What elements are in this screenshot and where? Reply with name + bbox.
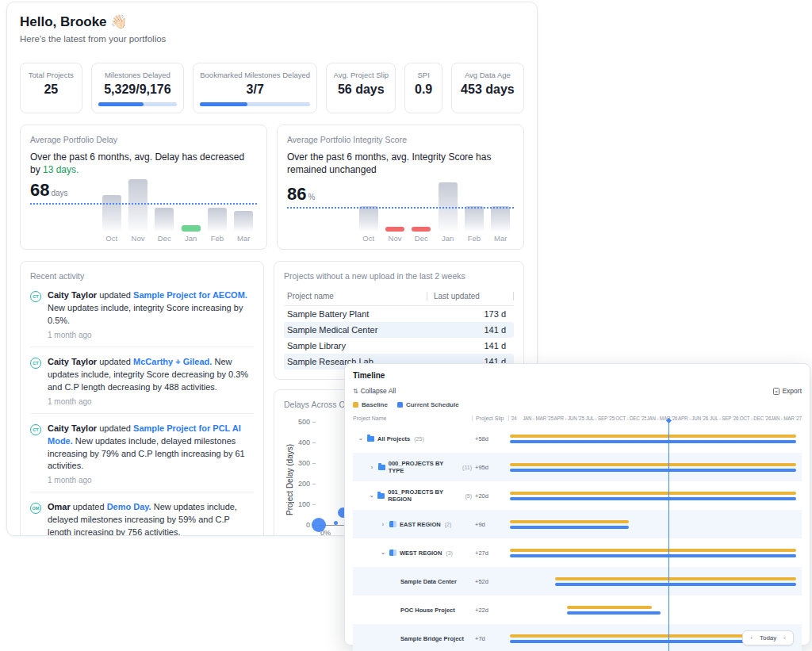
stat-value: 5,329/9,176 <box>98 82 178 97</box>
row-label: 001_PROJECTS BY REGION <box>388 488 461 503</box>
today-button[interactable]: Today <box>760 634 776 641</box>
legend-item: Baseline <box>353 401 388 408</box>
bar-oct <box>102 195 121 232</box>
month-label: Oct <box>98 234 124 244</box>
gantt-row-name: POC House Project <box>353 607 472 614</box>
card-title: Recent activity <box>30 271 254 281</box>
scatter-point[interactable] <box>312 518 326 532</box>
bar-slot <box>488 176 514 232</box>
portfolio-icon <box>389 550 396 556</box>
project-link[interactable]: Sample Project for AECOM. <box>133 290 247 300</box>
gantt-row[interactable]: Sample Data Center +52d <box>353 567 802 595</box>
quarter-label: JUL - SEP '25 <box>584 415 615 421</box>
bar-slot <box>355 176 381 232</box>
avg-portfolio-delay-card: Average Portfolio Delay Over the past 6 … <box>20 124 267 250</box>
row-count: (11) <box>462 465 472 470</box>
bar-slot <box>381 176 408 232</box>
row-label: 000_PROJECTS BY TYPE <box>389 460 458 474</box>
expand-caret-icon[interactable]: ⌄ <box>380 550 386 556</box>
activity-item: CT Caity Taylor updated Sample Project f… <box>30 414 254 493</box>
avatar: CT <box>30 291 41 302</box>
quarter-label: JAN - MAR '25 <box>523 415 553 421</box>
expand-caret-icon[interactable]: › <box>380 522 386 527</box>
project-slip-value: +20d <box>472 492 508 500</box>
gantt-row[interactable]: ⌄ 001_PROJECTS BY REGION (5) +20d <box>353 481 802 510</box>
reference-number: 68 <box>30 180 49 200</box>
column-project-name: Project name <box>284 292 427 301</box>
export-button[interactable]: Export <box>773 387 802 395</box>
gantt-row[interactable]: › EAST REGION (2) +9d <box>353 510 802 538</box>
stale-projects-card: Projects without a new upload in the las… <box>274 261 524 380</box>
stat-value: 453 days <box>458 82 517 97</box>
month-label: Nov <box>381 234 408 244</box>
collapse-all-button[interactable]: ⇅ Collapse All <box>353 387 396 395</box>
reference-unit: % <box>308 193 315 201</box>
avatar: CT <box>30 424 41 435</box>
legend-label: Current Schedule <box>406 401 459 408</box>
gantt-row[interactable]: Sample Bridge Project +7d <box>353 624 802 651</box>
table-row[interactable]: Sample Battery Plant 173 d <box>284 306 514 322</box>
scatter-point[interactable] <box>334 521 338 525</box>
stat-card: Bookmarked Milestones Delayed 3/7 <box>193 63 317 113</box>
table-row[interactable]: Sample Library 141 d <box>284 338 514 354</box>
baseline-bar <box>510 549 796 552</box>
month-labels: OctNovDecJanFebMar <box>355 234 514 244</box>
gantt-row-name: Sample Data Center <box>353 578 472 585</box>
quarter-label: OCT - DEC '25 <box>615 415 646 421</box>
month-label: Mar <box>231 234 257 244</box>
activity-text: Caity Taylor updated Sample Project for … <box>48 423 254 473</box>
wave-emoji: 👋🏻 <box>110 14 127 29</box>
expand-caret-icon[interactable]: › <box>369 465 375 470</box>
timeline-title: Timeline <box>353 371 802 380</box>
activity-detail: New updates include, integrity Score inc… <box>48 303 243 325</box>
project-slip-value: +7d <box>472 635 508 642</box>
bar-mar <box>234 211 253 232</box>
avg-portfolio-integrity-card: Average Portfolio Integrity Score Over t… <box>277 124 524 250</box>
gantt-track <box>508 424 802 453</box>
legend-swatch <box>397 402 403 408</box>
baseline-bar <box>555 577 795 580</box>
activity-text: Caity Taylor updated Sample Project for … <box>48 289 254 327</box>
progress-fill <box>98 102 144 106</box>
legend-label: Baseline <box>362 401 388 408</box>
last-updated-cell: 141 d <box>431 341 511 350</box>
expand-caret-icon[interactable]: ⌄ <box>358 435 364 442</box>
gantt-row-name: Sample Bridge Project <box>353 635 472 642</box>
gantt-rows: ‹ Today › ⌄ All Projects (25) +58d › 000… <box>353 424 802 651</box>
reference-line <box>30 203 257 205</box>
stat-value: 3/7 <box>200 82 310 97</box>
gantt-row[interactable]: ⌄ WEST REGION (3) +27d <box>353 538 802 567</box>
expand-caret-icon[interactable]: ⌄ <box>369 492 374 499</box>
avatar: OM <box>30 503 41 514</box>
activity-time: 1 month ago <box>48 331 254 339</box>
reference-value: 68days <box>30 180 68 201</box>
gantt-row[interactable]: POC House Project +22d <box>353 595 802 624</box>
y-tick: 100 <box>293 500 316 508</box>
y-tick: 500 <box>293 418 316 426</box>
table-row[interactable]: Sample Medical Center 141 d <box>284 322 514 338</box>
row-label: Sample Data Center <box>400 578 457 585</box>
action-text: updated <box>99 357 131 366</box>
quarter-label: JUL - SEP '26 <box>709 415 740 421</box>
project-link[interactable]: McCarthy + Gilead. <box>133 357 212 366</box>
project-link[interactable]: Demo Day. <box>107 502 151 511</box>
current-schedule-bar <box>510 440 796 443</box>
legend-item: Current Schedule <box>397 401 459 408</box>
gantt-track <box>508 567 802 595</box>
timeline-column-header: Project Name Project Slip '24JAN - MAR '… <box>353 415 802 424</box>
user-name: Caity Taylor <box>48 423 97 433</box>
progress-bar <box>200 102 310 106</box>
stat-label: Milestones Delayed <box>98 71 178 79</box>
gantt-row[interactable]: ⌄ All Projects (25) +58d <box>353 424 802 453</box>
quarter-label: APR - JUN '25 <box>553 415 584 421</box>
prev-button[interactable]: ‹ <box>750 634 753 641</box>
stat-label: Avg Data Age <box>458 71 517 79</box>
table-header: Project name Last updated <box>284 289 514 306</box>
baseline-bar <box>510 520 629 523</box>
quarter-label: JAN - MAR '27 <box>771 415 802 421</box>
gantt-row[interactable]: › 000_PROJECTS BY TYPE (11) +95d <box>353 453 802 481</box>
collapse-all-icon: ⇅ <box>353 388 358 395</box>
current-schedule-bar <box>555 583 795 586</box>
next-button[interactable]: › <box>783 634 786 641</box>
action-text: updated <box>73 502 105 511</box>
